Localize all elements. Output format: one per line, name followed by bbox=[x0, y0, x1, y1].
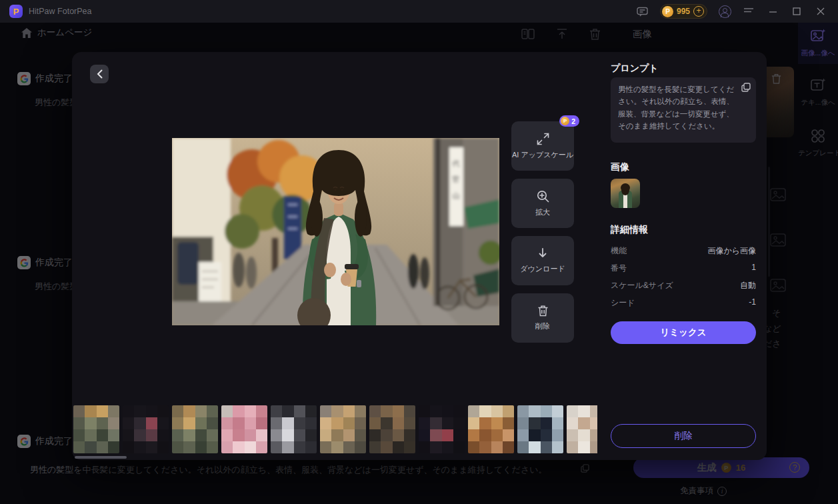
coin-icon: P bbox=[561, 117, 569, 125]
back-button[interactable] bbox=[90, 65, 109, 83]
chevron-left-icon bbox=[97, 69, 103, 79]
copy-icon[interactable] bbox=[741, 83, 751, 92]
app-logo-icon: P bbox=[9, 5, 23, 18]
zoom-button[interactable]: 拡大 bbox=[511, 179, 574, 228]
svg-text:山: 山 bbox=[453, 191, 460, 199]
modal-delete-button[interactable]: 削除 bbox=[611, 424, 756, 448]
maximize-button[interactable] bbox=[790, 5, 803, 18]
prompt-title: プロンプト bbox=[611, 63, 659, 75]
result-thumbnail[interactable] bbox=[369, 405, 415, 453]
detail-row-feature: 機能画像から画像 bbox=[611, 245, 756, 256]
result-thumbnail[interactable] bbox=[123, 405, 169, 453]
result-thumbnail-strip bbox=[73, 405, 597, 453]
result-thumbnail[interactable] bbox=[73, 405, 119, 453]
feedback-message-icon[interactable] bbox=[636, 5, 649, 18]
zoom-in-icon bbox=[537, 190, 549, 203]
result-thumbnail[interactable] bbox=[419, 405, 465, 453]
details-title: 詳細情報 bbox=[611, 224, 648, 236]
delete-button[interactable]: 削除 bbox=[511, 293, 574, 343]
prompt-text: 男性の髪型を長髪に変更してください。それ以外の顔立ち、表情、服装、背景などは一切… bbox=[618, 85, 734, 130]
download-icon bbox=[537, 247, 549, 259]
detail-row-seed: シード-1 bbox=[611, 297, 756, 308]
result-thumbnail[interactable] bbox=[320, 405, 366, 453]
coin-balance-pill[interactable]: P 995 + bbox=[660, 4, 707, 19]
prompt-textbox[interactable]: 男性の髪型を長髪に変更してください。それ以外の顔立ち、表情、服装、背景などは一切… bbox=[611, 77, 756, 143]
detail-side-panel: プロンプト 男性の髪型を長髪に変更してください。それ以外の顔立ち、表情、服装、背… bbox=[600, 52, 767, 460]
result-thumbnail[interactable] bbox=[468, 405, 514, 453]
result-thumbnail[interactable] bbox=[517, 405, 563, 453]
menu-icon[interactable] bbox=[742, 5, 755, 18]
account-avatar-icon[interactable] bbox=[718, 5, 731, 18]
result-image[interactable]: 代 官 山 bbox=[172, 138, 499, 325]
minimize-button[interactable] bbox=[766, 5, 779, 18]
close-button[interactable] bbox=[814, 5, 827, 18]
result-thumbnail[interactable] bbox=[172, 405, 218, 453]
app-title: HitPaw FotorPea bbox=[29, 7, 91, 16]
coin-icon: P bbox=[662, 6, 673, 17]
action-button-column: P 2 AI アップスケール 拡大 ダウンロード 削除 bbox=[511, 121, 574, 351]
svg-text:代: 代 bbox=[452, 159, 460, 167]
strip-scrollbar[interactable] bbox=[75, 456, 127, 459]
svg-text:官: 官 bbox=[453, 175, 460, 183]
title-bar: P HitPaw FotorPea P 995 + bbox=[0, 0, 838, 23]
result-thumbnail[interactable] bbox=[271, 405, 317, 453]
detail-row-scale-size: スケール&サイズ自動 bbox=[611, 280, 756, 291]
result-thumbnail[interactable] bbox=[567, 405, 597, 453]
add-coins-icon[interactable]: + bbox=[693, 6, 704, 17]
trash-icon bbox=[537, 305, 549, 317]
upscale-cost-badge: P 2 bbox=[559, 115, 579, 127]
remix-button[interactable]: リミックス bbox=[611, 321, 756, 344]
source-image-thumbnail[interactable] bbox=[611, 179, 640, 208]
result-thumbnail[interactable] bbox=[221, 405, 267, 453]
download-button[interactable]: ダウンロード bbox=[511, 236, 574, 285]
source-image-title: 画像 bbox=[611, 161, 629, 173]
detail-row-number: 番号1 bbox=[611, 263, 756, 273]
upscale-icon bbox=[537, 133, 549, 145]
result-detail-modal: 代 官 山 bbox=[72, 52, 767, 460]
ai-upscale-button[interactable]: P 2 AI アップスケール bbox=[511, 121, 574, 171]
coin-count: 995 bbox=[677, 7, 690, 16]
